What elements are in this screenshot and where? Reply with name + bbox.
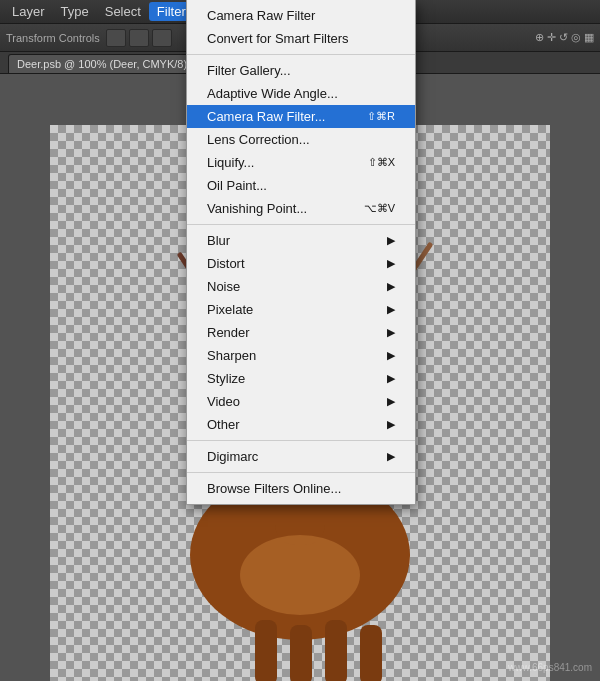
menu-item-label-liquify: Liquify... — [207, 155, 254, 170]
toolbar-btn-3[interactable] — [152, 29, 172, 47]
menu-separator-10 — [187, 224, 415, 225]
tab-filename: Deer.psb @ 100% (Deer, CMYK/8) — [17, 58, 187, 70]
menu-item-video[interactable]: Video▶ — [187, 390, 415, 413]
menu-item-vanishing-point[interactable]: Vanishing Point...⌥⌘V — [187, 197, 415, 220]
menu-item-label-oil-paint: Oil Paint... — [207, 178, 267, 193]
submenu-arrow-other: ▶ — [387, 418, 395, 431]
menu-item-label-adaptive-wide: Adaptive Wide Angle... — [207, 86, 338, 101]
shortcut-camera-raw-filter: ⇧⌘R — [367, 110, 395, 123]
menu-item-liquify[interactable]: Liquify...⇧⌘X — [187, 151, 415, 174]
menu-item-label-pixelate: Pixelate — [207, 302, 253, 317]
submenu-arrow-sharpen: ▶ — [387, 349, 395, 362]
submenu-arrow-distort: ▶ — [387, 257, 395, 270]
toolbar-label: Transform Controls — [6, 32, 100, 44]
menu-item-label-vanishing-point: Vanishing Point... — [207, 201, 307, 216]
menu-item-label-filter-gallery: Filter Gallery... — [207, 63, 291, 78]
menu-item-render[interactable]: Render▶ — [187, 321, 415, 344]
menu-item-label-other: Other — [207, 417, 240, 432]
menu-item-label-convert-smart: Convert for Smart Filters — [207, 31, 349, 46]
submenu-arrow-render: ▶ — [387, 326, 395, 339]
menu-item-camera-raw-filter[interactable]: Camera Raw Filter...⇧⌘R — [187, 105, 415, 128]
menu-item-label-digimarc: Digimarc — [207, 449, 258, 464]
menu-item-browse-filters[interactable]: Browse Filters Online... — [187, 477, 415, 500]
filter-dropdown-menu: Camera Raw FilterConvert for Smart Filte… — [186, 0, 416, 505]
submenu-arrow-video: ▶ — [387, 395, 395, 408]
menu-item-filter-gallery[interactable]: Filter Gallery... — [187, 59, 415, 82]
menu-item-camera-raw-filter-top[interactable]: Camera Raw Filter — [187, 4, 415, 27]
menu-item-label-stylize: Stylize — [207, 371, 245, 386]
menu-item-label-distort: Distort — [207, 256, 245, 271]
menu-item-label-lens-correction: Lens Correction... — [207, 132, 310, 147]
submenu-arrow-digimarc: ▶ — [387, 450, 395, 463]
active-tab[interactable]: Deer.psb @ 100% (Deer, CMYK/8) × — [8, 54, 206, 73]
menu-item-convert-smart[interactable]: Convert for Smart Filters — [187, 27, 415, 50]
transform-controls — [106, 29, 172, 47]
watermark: www.66ps841.com — [508, 662, 592, 673]
menu-item-digimarc[interactable]: Digimarc▶ — [187, 445, 415, 468]
menu-item-distort[interactable]: Distort▶ — [187, 252, 415, 275]
svg-point-26 — [240, 535, 360, 615]
svg-rect-20 — [325, 620, 347, 681]
toolbar-btn-2[interactable] — [129, 29, 149, 47]
menu-separator-2 — [187, 54, 415, 55]
menu-item-pixelate[interactable]: Pixelate▶ — [187, 298, 415, 321]
menu-item-label-video: Video — [207, 394, 240, 409]
svg-rect-18 — [255, 620, 277, 681]
menu-item-label-render: Render — [207, 325, 250, 340]
menu-type[interactable]: Type — [53, 2, 97, 21]
menu-item-stylize[interactable]: Stylize▶ — [187, 367, 415, 390]
menu-item-lens-correction[interactable]: Lens Correction... — [187, 128, 415, 151]
toolbar-icons: ⊕ ✛ ↺ ◎ ▦ — [535, 31, 594, 44]
toolbar-btn-1[interactable] — [106, 29, 126, 47]
svg-rect-19 — [290, 625, 312, 681]
menu-item-label-blur: Blur — [207, 233, 230, 248]
menu-item-label-browse-filters: Browse Filters Online... — [207, 481, 341, 496]
menu-item-blur[interactable]: Blur▶ — [187, 229, 415, 252]
svg-rect-21 — [360, 625, 382, 681]
menu-item-sharpen[interactable]: Sharpen▶ — [187, 344, 415, 367]
submenu-arrow-noise: ▶ — [387, 280, 395, 293]
menu-item-label-camera-raw-filter: Camera Raw Filter... — [207, 109, 325, 124]
menu-layer[interactable]: Layer — [4, 2, 53, 21]
shortcut-liquify: ⇧⌘X — [368, 156, 395, 169]
menu-item-adaptive-wide[interactable]: Adaptive Wide Angle... — [187, 82, 415, 105]
menu-item-noise[interactable]: Noise▶ — [187, 275, 415, 298]
menu-item-label-sharpen: Sharpen — [207, 348, 256, 363]
menu-select[interactable]: Select — [97, 2, 149, 21]
menu-separator-20 — [187, 440, 415, 441]
menu-separator-22 — [187, 472, 415, 473]
toolbar-right-controls: ⊕ ✛ ↺ ◎ ▦ — [535, 31, 594, 44]
shortcut-vanishing-point: ⌥⌘V — [364, 202, 395, 215]
submenu-arrow-stylize: ▶ — [387, 372, 395, 385]
menu-item-label-noise: Noise — [207, 279, 240, 294]
submenu-arrow-blur: ▶ — [387, 234, 395, 247]
menu-item-oil-paint[interactable]: Oil Paint... — [187, 174, 415, 197]
menu-item-other[interactable]: Other▶ — [187, 413, 415, 436]
menu-item-label-camera-raw-filter-top: Camera Raw Filter — [207, 8, 315, 23]
submenu-arrow-pixelate: ▶ — [387, 303, 395, 316]
